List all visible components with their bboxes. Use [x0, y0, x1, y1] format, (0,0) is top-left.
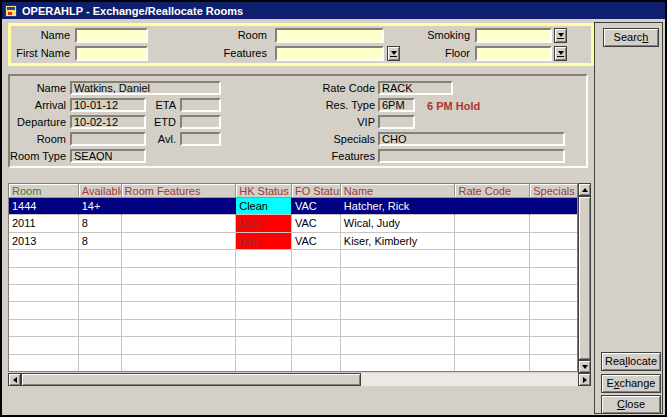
rate-code-label: Rate Code	[310, 81, 375, 95]
vip-label: VIP	[310, 115, 375, 129]
cell-name: Wical, Judy	[341, 215, 456, 232]
exchange-reallocate-rooms-window: OPERAHLP - Exchange/Reallocate Rooms Nam…	[0, 0, 667, 417]
scroll-right-button[interactable]	[578, 373, 591, 386]
arrival-label: Arrival	[10, 98, 66, 112]
cell-fo-status: VAC	[292, 198, 341, 215]
table-header-row: Room Available Room Features HK Status F…	[9, 184, 577, 198]
res-type-field: 6PM	[378, 98, 415, 112]
lov-arrow-icon	[558, 51, 564, 55]
left-arrow-icon	[13, 377, 17, 383]
lov-arrow-icon	[391, 51, 397, 55]
cell-specials	[530, 215, 577, 232]
cell-rate-code	[455, 198, 530, 215]
cell-name: Hatcher, Rick	[341, 198, 456, 215]
cell-room-features	[122, 215, 237, 232]
up-arrow-icon	[582, 188, 588, 192]
table-vertical-scrollbar[interactable]	[578, 183, 591, 373]
cell-hk-status: Dirty	[236, 233, 292, 250]
search-button[interactable]: Search	[603, 28, 659, 47]
cell-hk-status: Dirty	[236, 215, 292, 232]
horizontal-scroll-thumb[interactable]	[21, 373, 361, 386]
room-type-field: SEAQN	[70, 149, 146, 163]
table-row[interactable]: 1444 14+ Clean VAC Hatcher, Rick	[9, 198, 577, 215]
cell-rate-code	[455, 233, 530, 250]
header-name: Name	[341, 184, 456, 198]
horizontal-scroll-track[interactable]	[361, 373, 578, 386]
avl-label: Avl.	[140, 132, 176, 146]
avl-field	[180, 132, 221, 146]
cell-available: 8	[79, 233, 122, 250]
detail-name-label: Name	[10, 81, 66, 95]
table-row[interactable]: 2013 8 Dirty VAC Kiser, Kimberly	[9, 233, 577, 250]
reallocate-button[interactable]: Reallocate	[601, 352, 661, 371]
cell-rate-code	[455, 215, 530, 232]
cell-name: Kiser, Kimberly	[341, 233, 456, 250]
etd-label: ETD	[140, 115, 176, 129]
cell-specials	[530, 198, 577, 215]
eta-field	[180, 98, 221, 112]
detail-features-label: Features	[310, 149, 375, 163]
specials-label: Specials	[310, 132, 375, 146]
smoking-lov-button[interactable]	[554, 28, 567, 43]
cell-room-features	[122, 198, 237, 215]
table-row-empty	[9, 320, 577, 337]
first-name-input[interactable]	[75, 46, 148, 61]
header-specials: Specials	[530, 184, 577, 198]
table-row-empty	[9, 285, 577, 302]
name-input[interactable]	[75, 28, 148, 43]
vip-field	[378, 115, 415, 129]
name-label: Name	[11, 28, 70, 43]
specials-field: CHO	[378, 132, 565, 146]
window-title: OPERAHLP - Exchange/Reallocate Rooms	[22, 5, 243, 17]
exchange-button[interactable]: Exchange	[601, 374, 661, 393]
floor-lov-button[interactable]	[554, 46, 567, 61]
cell-hk-status: Clean	[236, 198, 292, 215]
first-name-label: First Name	[11, 46, 70, 61]
title-bar: OPERAHLP - Exchange/Reallocate Rooms	[2, 2, 665, 19]
floor-input[interactable]	[475, 46, 552, 61]
table-row[interactable]: 2011 8 Dirty VAC Wical, Judy	[9, 215, 577, 232]
smoking-input[interactable]	[475, 28, 552, 43]
guest-details-panel: Name Watkins, Daniel Arrival 10-01-12 ET…	[8, 74, 588, 168]
room-input[interactable]	[275, 28, 384, 43]
vertical-scroll-thumb[interactable]	[578, 196, 591, 360]
table-row-empty	[9, 302, 577, 319]
table-row-empty	[9, 250, 577, 267]
close-button[interactable]: Close	[601, 395, 661, 414]
cell-fo-status: VAC	[292, 215, 341, 232]
cell-room: 2013	[9, 233, 79, 250]
table-horizontal-scrollbar[interactable]	[8, 373, 591, 386]
cell-room-features	[122, 233, 237, 250]
features-lov-button[interactable]	[387, 46, 400, 61]
departure-label: Departure	[10, 115, 66, 129]
lov-arrow-icon	[558, 33, 564, 37]
cell-room: 1444	[9, 198, 79, 215]
scroll-down-button[interactable]	[578, 360, 591, 373]
header-room: Room	[9, 184, 79, 198]
detail-features-field	[378, 149, 565, 163]
cell-specials	[530, 233, 577, 250]
scroll-left-button[interactable]	[8, 373, 21, 386]
floor-label: Floor	[401, 46, 470, 61]
cell-fo-status: VAC	[292, 233, 341, 250]
down-arrow-icon	[582, 365, 588, 369]
etd-field	[180, 115, 221, 129]
cell-available: 8	[79, 215, 122, 232]
eta-label: ETA	[140, 98, 176, 112]
rate-code-field: RACK	[378, 81, 453, 95]
table-row-empty	[9, 355, 577, 372]
res-type-note: 6 PM Hold	[427, 99, 480, 113]
app-icon	[5, 5, 17, 17]
header-fo-status: FO Status	[292, 184, 341, 198]
smoking-label: Smoking	[401, 28, 470, 43]
departure-field: 10-02-12	[70, 115, 146, 129]
scroll-up-button[interactable]	[578, 183, 591, 196]
table-row-empty	[9, 337, 577, 354]
header-room-features: Room Features	[122, 184, 237, 198]
cell-room: 2011	[9, 215, 79, 232]
features-input[interactable]	[275, 46, 384, 61]
res-type-label: Res. Type	[310, 98, 375, 112]
detail-name-field: Watkins, Daniel	[70, 81, 221, 95]
arrival-field: 10-01-12	[70, 98, 146, 112]
right-arrow-icon	[583, 377, 587, 383]
